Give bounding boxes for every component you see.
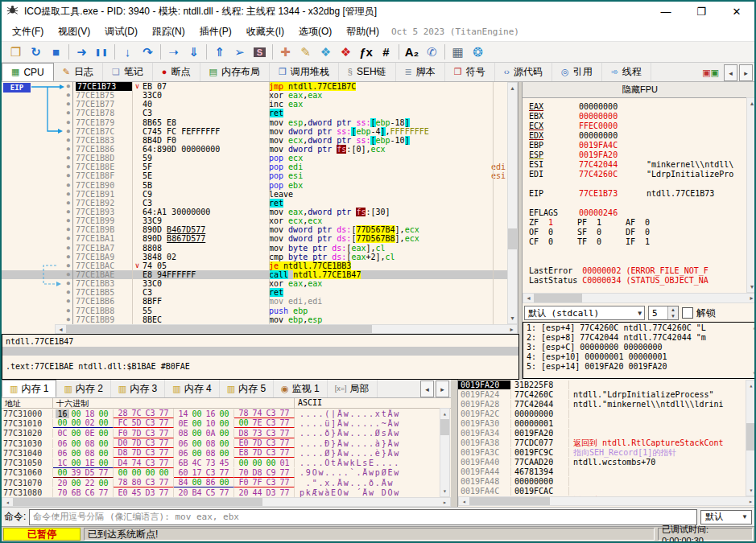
menu-item-6[interactable]: 选项(O) (291, 23, 339, 41)
tab-memory-map[interactable]: ▤内存布局 (200, 63, 270, 81)
breakpoint-gutter[interactable]: ● (2, 109, 72, 117)
dump-tab-memory[interactable]: ▥内存 3 (111, 380, 165, 397)
disasm-row[interactable]: ●77CE1B7740inc eax (2, 100, 507, 109)
dump-tab-memory[interactable]: ▥内存 1 (2, 380, 56, 397)
menu-item-4[interactable]: 插件(P) (192, 23, 239, 41)
argument-row[interactable]: 4: [esp+10] 00000001 00000001 (523, 352, 756, 361)
dump-tab-memory[interactable]: ▥内存 2 (56, 380, 110, 397)
calling-convention-dropdown[interactable]: 默认 (stdcall)▼ (524, 306, 645, 320)
breakpoint-gutter[interactable]: ● (2, 190, 72, 199)
breakpoint-gutter[interactable]: ● (2, 306, 72, 315)
breakpoint-gutter[interactable]: ● (2, 118, 72, 127)
dump-tab-memory[interactable]: ▥内存 5 (220, 380, 274, 397)
register-row[interactable]: EDI77C4260C"LdrpInitializePro (523, 169, 746, 179)
disasm-row[interactable]: ●77CE1B9B890D B467D577mov dword ptr ds:[… (2, 225, 507, 234)
breakpoint-dot-icon[interactable]: ● (67, 91, 70, 100)
breakpoint-gutter[interactable]: ● (2, 315, 72, 324)
dump-tab-locals[interactable]: [x=]局部 (328, 380, 378, 397)
breakpoint-dot-icon[interactable]: ● (67, 136, 70, 145)
disasm-row[interactable]: ●77CE1BB68BFFmov edi,edi (2, 297, 507, 306)
stop-button[interactable]: ■ (46, 43, 66, 61)
label-button[interactable]: ❖ (316, 43, 336, 61)
argument-row[interactable]: 1: [esp+4] 77C4260C ntdll.77C4260C "L (523, 323, 756, 332)
register-row[interactable]: ESI77C42044"minkernel\\ntdll\ (523, 159, 746, 169)
breakpoint-dot-icon[interactable]: ● (67, 234, 70, 243)
disasm-horizontal-scrollbar[interactable]: ◂▸ (55, 324, 518, 334)
register-row[interactable]: ESP0019FA20 (523, 150, 746, 159)
calculator-button[interactable]: ▦ (448, 43, 468, 61)
last-error-row[interactable]: LastError 00000002 (ERROR_FILE_NOT_F (523, 265, 746, 275)
breakpoint-dot-icon[interactable]: ● (67, 154, 70, 162)
tab-symbols[interactable]: ❒符号 (445, 63, 495, 81)
register-row[interactable]: EBX00000000 (523, 111, 746, 121)
command-input[interactable] (29, 509, 697, 525)
disasm-row[interactable]: ●77CE1B9364:A1 30000000mov eax,dword ptr… (2, 208, 507, 216)
breakpoint-dot-icon[interactable]: ● (67, 261, 70, 270)
dump-tab-memory[interactable]: ▥内存 4 (165, 380, 219, 397)
register-row[interactable]: EBP0019FA4C (523, 140, 746, 150)
disasm-row[interactable]: ●77CE1BB333C0xor eax,eax (2, 279, 507, 288)
stack-row[interactable]: 0019FA4800000000 (458, 476, 745, 486)
dump-row[interactable]: 77C310200C000E00F07DC37708000A00D873C377… (2, 429, 451, 438)
register-row[interactable]: EDX00000000 (523, 130, 746, 140)
disasm-row[interactable]: ●77CE1BA78808mov byte ptr ds:[eax],cl (2, 244, 507, 253)
pause-button[interactable]: ❚❚ (92, 43, 112, 61)
arg-count-spinner[interactable]: 5▲▼ (648, 306, 679, 320)
registers-horizontal-scrollbar[interactable]: ◂▸ (523, 293, 756, 303)
stack-row[interactable]: 0019FA4077CAAD20ntdll.wcstombs+70 (458, 458, 745, 467)
string-refs-button[interactable]: A₂ (402, 43, 422, 61)
tab-cpu[interactable]: ▦CPU (2, 63, 54, 81)
disasm-row[interactable]: ●77CE1BAC∨74 05je ntdll.77CE1BB3 (2, 261, 507, 270)
menu-item-5[interactable]: 收藏夹(I) (239, 23, 291, 41)
breakpoint-dot-icon[interactable]: ● (67, 118, 70, 127)
breakpoint-dot-icon[interactable]: ● (67, 297, 70, 306)
menu-item-7[interactable]: 帮助(H) (339, 23, 386, 41)
unlock-checkbox[interactable] (682, 307, 693, 319)
disasm-row[interactable]: ●77CE1B9933C9xor ecx,ecx (2, 216, 507, 225)
disasm-row[interactable]: ●77CE1BB98BECmov ebp,esp (2, 315, 507, 324)
flag-bits-row[interactable]: OF0SF0DF0 (523, 227, 746, 237)
menu-item-0[interactable]: 文件(F) (5, 23, 51, 41)
disasm-row[interactable]: ●77CE1BB5C3ret (2, 288, 507, 297)
maximize-button[interactable]: ❐ (684, 3, 719, 21)
disasm-row[interactable]: ●77CE1B905Bpop ebx (2, 181, 507, 190)
dump-tab-watch[interactable]: ◉监视 1 (274, 380, 328, 397)
breakpoint-gutter[interactable]: ● (2, 279, 72, 288)
menu-item-1[interactable]: 视图(V) (51, 23, 97, 41)
dump-row[interactable]: 77C31080706BC677E045D37720B4C5772044D377… (2, 487, 451, 497)
argument-row[interactable]: 2: [esp+8] 77C42044 ntdll.77C42044 "m (523, 332, 756, 342)
breakpoint-dot-icon[interactable]: ● (67, 315, 70, 324)
dump-row[interactable]: 77C3100016001800287CC377140016007874C377… (2, 409, 451, 418)
run-until-button[interactable]: ➝ (163, 43, 184, 61)
flag-bits-row[interactable]: CF0TF0IF1 (523, 237, 746, 246)
dump-row[interactable]: 77C3104006000800D87DC37706000800E87DC377… (2, 448, 451, 458)
breakpoint-dot-icon[interactable]: ● (67, 279, 70, 288)
disasm-row[interactable]: ●77CE1B78C3ret (2, 109, 507, 117)
stack-row[interactable]: 0019FA2031B225F8 (458, 381, 745, 390)
stack-horizontal-scrollbar[interactable]: ◂▸ (458, 496, 756, 506)
spinner-down-icon[interactable]: ▼ (668, 313, 678, 319)
dump-horizontal-scrollbar[interactable]: ◂▸ (2, 497, 451, 507)
breakpoint-gutter[interactable]: ● (2, 216, 72, 225)
disasm-row[interactable]: ●77CE1B73∨EB 07jmp ntdll.77CE1B7C (2, 82, 507, 91)
disasm-vertical-scrollbar[interactable]: ▴▾ (507, 82, 518, 324)
argument-row[interactable]: 5: [esp+14] 0019FA20 0019FA20 (523, 361, 756, 371)
breakpoint-dot-icon[interactable]: ● (67, 127, 70, 136)
tab-source[interactable]: ‹›源代码 (495, 63, 552, 81)
breakpoint-gutter[interactable]: ● (2, 297, 72, 306)
breakpoint-gutter[interactable]: ● (2, 253, 72, 261)
dump-row[interactable]: 77C3101000000200FC5DC3770E001000007EC377… (2, 418, 451, 428)
breakpoint-dot-icon[interactable]: ● (67, 145, 70, 154)
breakpoint-dot-icon[interactable]: ● (67, 181, 70, 190)
run-button[interactable]: ➜ (72, 43, 92, 61)
dump-tabs-scroll-right-button[interactable]: ▸ (436, 381, 449, 397)
disasm-row[interactable]: ●77CE1BAEE8 94FFFFFFcall ntdll.77CE1B47 (2, 270, 507, 279)
breakpoint-gutter[interactable]: ● (2, 154, 72, 162)
breakpoint-gutter[interactable]: ● (2, 288, 72, 297)
stack-row[interactable]: 0019FA3000000001 (458, 419, 745, 429)
disasm-row[interactable]: ●77CE1B8664:890D 00000000mov dword ptr f… (2, 145, 507, 154)
menu-item-3[interactable]: 跟踪(N) (145, 23, 192, 41)
open-file-button[interactable]: ❐ (6, 43, 26, 61)
preferences-globe-button[interactable]: ❂ (468, 43, 488, 61)
registers-vertical-scrollbar[interactable]: ▴▾ (746, 97, 756, 293)
